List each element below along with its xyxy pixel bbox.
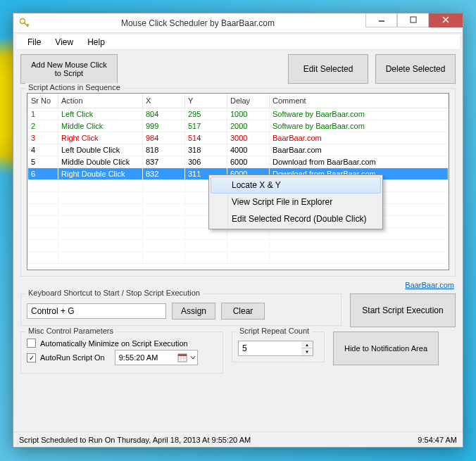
autorun-time-picker[interactable]: 9:55:20 AM: [115, 350, 198, 365]
cell-x: 837: [143, 156, 185, 168]
window-controls: [365, 13, 463, 27]
menu-file[interactable]: File: [22, 36, 46, 49]
maximize-icon: [410, 16, 417, 23]
actions-fieldset: Script Actions in Sequence Sr No Action …: [20, 88, 456, 277]
add-click-label: Add New Mouse Click to Script: [28, 61, 110, 77]
repeat-legend: Script Repeat Count: [237, 327, 312, 335]
cell-comment: Software by BaarBaar.com: [270, 108, 449, 120]
cell-comment: Download from BaarBaar.com: [270, 156, 449, 168]
col-comment[interactable]: Comment: [270, 94, 449, 108]
ctx-edit-record[interactable]: Edit Selected Record (Double Click): [211, 210, 381, 227]
titlebar: Mouse Click Scheduler by BaarBaar.com: [13, 13, 463, 33]
table-row-empty: [28, 239, 449, 251]
misc-legend: Misc Control Parameters: [25, 327, 116, 335]
menubar: File View Help: [16, 34, 460, 50]
cell-sr: 4: [28, 144, 58, 156]
spinner-buttons: ▲ ▼: [301, 341, 313, 356]
context-menu: Locate X & Y View Script File in Explore…: [208, 175, 383, 229]
cell-sr: 2: [28, 120, 58, 132]
calendar-icon: [177, 353, 187, 362]
actions-legend: Script Actions in Sequence: [25, 83, 123, 91]
assign-button[interactable]: Assign: [172, 303, 215, 320]
content-area: Add New Mouse Click to Script Edit Selec…: [13, 50, 463, 431]
table-row[interactable]: 5Middle Double Click8373066000Download f…: [28, 156, 449, 168]
cell-comment: BaarBaar.com: [270, 144, 449, 156]
table-row[interactable]: 1Left Click8042951000Software by BaarBaa…: [28, 108, 449, 120]
autorun-checkbox[interactable]: ✓ AutoRun Script On 9:55:20 AM: [27, 350, 217, 365]
status-left: Script Scheduled to Run On Thursday, Apr…: [19, 436, 251, 444]
repeat-input[interactable]: [238, 341, 301, 356]
baarbaar-link[interactable]: BaarBaar.com: [405, 281, 454, 289]
table-header-row: Sr No Action X Y Delay Comment: [28, 94, 449, 108]
status-right: 9:54:47 AM: [418, 436, 457, 444]
repeat-spinner[interactable]: ▲ ▼: [238, 341, 318, 356]
shortcut-fieldset: Keyboard Shortcut to Start / Stop Script…: [20, 293, 342, 326]
col-action[interactable]: Action: [58, 94, 143, 108]
start-script-button[interactable]: Start Script Execution: [350, 293, 456, 327]
window-title: Mouse Click Scheduler by BaarBaar.com: [30, 18, 365, 28]
spin-up[interactable]: ▲: [301, 341, 313, 348]
cell-y: 517: [185, 120, 227, 132]
close-button[interactable]: [429, 13, 463, 27]
cell-delay: 4000: [227, 144, 270, 156]
cell-action: Right Double Click: [58, 168, 143, 179]
app-key-icon: [19, 18, 30, 29]
cell-delay: 6000: [227, 156, 270, 168]
col-x[interactable]: X: [143, 94, 185, 108]
cell-x: 818: [143, 144, 185, 156]
cell-y: 295: [185, 108, 227, 120]
repeat-fieldset: Script Repeat Count ▲ ▼: [232, 331, 325, 362]
cell-action: Left Double Click: [58, 144, 143, 156]
automin-checkbox[interactable]: Automatically Minimize on Script Executi…: [27, 339, 217, 348]
maximize-button[interactable]: [397, 13, 429, 27]
cell-x: 999: [143, 120, 185, 132]
cell-delay: 3000: [227, 132, 270, 144]
app-window: Mouse Click Scheduler by BaarBaar.com Fi…: [13, 13, 463, 448]
menu-view[interactable]: View: [49, 36, 79, 49]
minimize-button[interactable]: [365, 13, 397, 27]
ctx-view-file[interactable]: View Script File in Explorer: [211, 194, 381, 210]
edit-selected-button[interactable]: Edit Selected: [288, 54, 368, 84]
table-row[interactable]: 4Left Double Click8183184000BaarBaar.com: [28, 144, 449, 156]
top-button-row: Add New Mouse Click to Script Edit Selec…: [20, 54, 456, 84]
clear-button[interactable]: Clear: [221, 303, 265, 320]
col-sr[interactable]: Sr No: [28, 94, 58, 108]
ctx-locate[interactable]: Locate X & Y: [211, 177, 381, 194]
table-row[interactable]: 2Middle Click9995172000Software by BaarB…: [28, 120, 449, 132]
spin-down[interactable]: ▼: [301, 348, 313, 355]
cell-x: 984: [143, 132, 185, 144]
cell-sr: 3: [28, 132, 58, 144]
close-icon: [442, 16, 449, 23]
cell-action: Middle Click: [58, 120, 143, 132]
shortcut-input[interactable]: [27, 303, 166, 319]
cell-x: 804: [143, 108, 185, 120]
cell-x: 832: [143, 168, 185, 179]
time-value: 9:55:20 AM: [119, 353, 158, 362]
col-delay[interactable]: Delay: [227, 94, 270, 108]
delete-selected-button[interactable]: Delete Selected: [375, 54, 456, 84]
statusbar: Script Scheduled to Run On Thursday, Apr…: [13, 431, 463, 447]
cell-comment: Software by BaarBaar.com: [270, 120, 449, 132]
shortcut-legend: Keyboard Shortcut to Start / Stop Script…: [25, 289, 203, 297]
add-click-button[interactable]: Add New Mouse Click to Script: [20, 54, 118, 84]
cell-action: Middle Double Click: [58, 156, 143, 168]
cell-sr: 5: [28, 156, 58, 168]
hide-to-tray-button[interactable]: Hide to Notification Area: [333, 331, 439, 365]
cell-action: Right Click: [58, 132, 143, 144]
cell-delay: 1000: [227, 108, 270, 120]
col-y[interactable]: Y: [185, 94, 227, 108]
minimize-icon: [378, 16, 385, 23]
cell-y: 318: [185, 144, 227, 156]
actions-table-wrap: Sr No Action X Y Delay Comment 1Left Cli…: [27, 93, 449, 270]
svg-rect-2: [411, 17, 416, 23]
mid-row: Keyboard Shortcut to Start / Stop Script…: [20, 293, 456, 327]
hide-label: Hide to Notification Area: [344, 344, 427, 353]
automin-label: Automatically Minimize on Script Executi…: [40, 339, 188, 348]
table-row[interactable]: 3Right Click9845143000BaarBaar.com: [28, 132, 449, 144]
cell-comment: BaarBaar.com: [270, 132, 449, 144]
menu-help[interactable]: Help: [82, 36, 111, 49]
cell-sr: 1: [28, 108, 58, 120]
misc-fieldset: Misc Control Parameters Automatically Mi…: [20, 331, 223, 374]
chevron-down-icon: [190, 355, 196, 360]
cell-y: 306: [185, 156, 227, 168]
